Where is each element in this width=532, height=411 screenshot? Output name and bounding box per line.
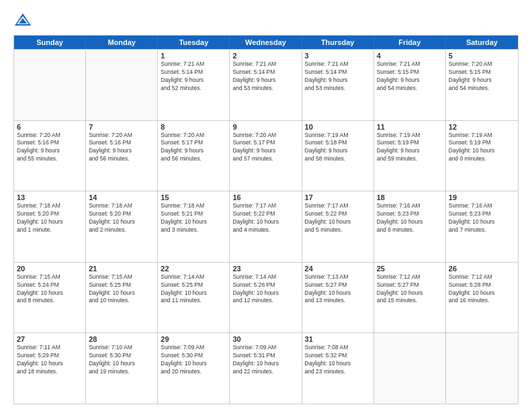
cell-day-number: 6 — [17, 123, 83, 131]
cell-day-number: 14 — [89, 193, 154, 201]
table-row — [14, 50, 86, 120]
cell-day-number: 19 — [449, 193, 515, 201]
cell-info: Sunrise: 7:18 AM Sunset: 5:20 PM Dayligh… — [17, 202, 83, 234]
table-row: 14Sunrise: 7:18 AM Sunset: 5:20 PM Dayli… — [86, 191, 158, 262]
table-row: 18Sunrise: 7:16 AM Sunset: 5:23 PM Dayli… — [374, 191, 446, 262]
table-row: 7Sunrise: 7:20 AM Sunset: 5:16 PM Daylig… — [86, 121, 158, 191]
page: SundayMondayTuesdayWednesdayThursdayFrid… — [0, 0, 532, 411]
table-row: 13Sunrise: 7:18 AM Sunset: 5:20 PM Dayli… — [14, 191, 86, 262]
table-row: 2Sunrise: 7:21 AM Sunset: 5:14 PM Daylig… — [230, 50, 302, 120]
cell-info: Sunrise: 7:20 AM Sunset: 5:17 PM Dayligh… — [161, 132, 226, 164]
table-row: 1Sunrise: 7:21 AM Sunset: 5:14 PM Daylig… — [158, 50, 230, 120]
header — [13, 11, 519, 30]
cell-info: Sunrise: 7:21 AM Sunset: 5:14 PM Dayligh… — [305, 60, 371, 93]
table-row: 12Sunrise: 7:19 AM Sunset: 5:19 PM Dayli… — [446, 121, 518, 191]
table-row: 19Sunrise: 7:16 AM Sunset: 5:23 PM Dayli… — [446, 191, 518, 262]
week-row-2: 6Sunrise: 7:20 AM Sunset: 5:16 PM Daylig… — [14, 120, 518, 191]
cell-info: Sunrise: 7:09 AM Sunset: 5:31 PM Dayligh… — [232, 344, 298, 376]
cell-info: Sunrise: 7:16 AM Sunset: 5:23 PM Dayligh… — [449, 202, 515, 234]
logo — [13, 11, 35, 30]
cell-day-number: 15 — [161, 193, 226, 201]
table-row: 23Sunrise: 7:14 AM Sunset: 5:26 PM Dayli… — [230, 263, 302, 333]
cell-day-number: 24 — [305, 265, 371, 273]
cell-day-number: 20 — [17, 265, 83, 273]
logo-icon — [13, 11, 32, 30]
table-row: 10Sunrise: 7:19 AM Sunset: 5:18 PM Dayli… — [302, 121, 374, 191]
cell-day-number: 16 — [232, 193, 298, 201]
cell-info: Sunrise: 7:21 AM Sunset: 5:15 PM Dayligh… — [377, 60, 443, 93]
day-header-saturday: Saturday — [446, 36, 518, 49]
cell-day-number: 29 — [161, 335, 226, 343]
table-row: 22Sunrise: 7:14 AM Sunset: 5:25 PM Dayli… — [158, 263, 230, 333]
cell-day-number: 18 — [377, 193, 443, 201]
table-row — [86, 50, 158, 120]
cell-info: Sunrise: 7:20 AM Sunset: 5:15 PM Dayligh… — [449, 60, 515, 93]
cell-info: Sunrise: 7:19 AM Sunset: 5:19 PM Dayligh… — [449, 132, 515, 164]
cell-info: Sunrise: 7:20 AM Sunset: 5:16 PM Dayligh… — [89, 132, 154, 164]
day-header-friday: Friday — [374, 36, 446, 49]
table-row: 16Sunrise: 7:17 AM Sunset: 5:22 PM Dayli… — [230, 191, 302, 262]
table-row: 31Sunrise: 7:08 AM Sunset: 5:32 PM Dayli… — [302, 333, 374, 404]
calendar-header: SundayMondayTuesdayWednesdayThursdayFrid… — [14, 36, 518, 49]
table-row: 3Sunrise: 7:21 AM Sunset: 5:14 PM Daylig… — [302, 50, 374, 120]
table-row — [446, 333, 518, 404]
cell-day-number: 10 — [305, 123, 371, 131]
week-row-4: 20Sunrise: 7:15 AM Sunset: 5:24 PM Dayli… — [14, 262, 518, 333]
cell-day-number: 5 — [449, 52, 515, 60]
day-header-monday: Monday — [86, 36, 158, 49]
table-row: 15Sunrise: 7:18 AM Sunset: 5:21 PM Dayli… — [158, 191, 230, 262]
table-row — [374, 333, 446, 404]
cell-day-number: 8 — [161, 123, 226, 131]
cell-day-number: 2 — [232, 52, 298, 60]
cell-day-number: 1 — [161, 52, 226, 60]
cell-info: Sunrise: 7:09 AM Sunset: 5:30 PM Dayligh… — [161, 344, 226, 376]
cell-day-number: 23 — [232, 265, 298, 273]
cell-day-number: 31 — [305, 335, 371, 343]
week-row-1: 1Sunrise: 7:21 AM Sunset: 5:14 PM Daylig… — [14, 49, 518, 120]
table-row: 6Sunrise: 7:20 AM Sunset: 5:16 PM Daylig… — [14, 121, 86, 191]
cell-day-number: 25 — [377, 265, 443, 273]
table-row: 5Sunrise: 7:20 AM Sunset: 5:15 PM Daylig… — [446, 50, 518, 120]
table-row: 27Sunrise: 7:11 AM Sunset: 5:29 PM Dayli… — [14, 333, 86, 404]
cell-day-number: 9 — [232, 123, 298, 131]
cell-info: Sunrise: 7:08 AM Sunset: 5:32 PM Dayligh… — [305, 344, 371, 376]
cell-day-number: 28 — [89, 335, 154, 343]
cell-info: Sunrise: 7:15 AM Sunset: 5:25 PM Dayligh… — [89, 273, 154, 306]
table-row: 30Sunrise: 7:09 AM Sunset: 5:31 PM Dayli… — [230, 333, 302, 404]
cell-info: Sunrise: 7:21 AM Sunset: 5:14 PM Dayligh… — [161, 60, 226, 93]
cell-info: Sunrise: 7:12 AM Sunset: 5:28 PM Dayligh… — [449, 273, 515, 306]
cell-day-number: 7 — [89, 123, 154, 131]
day-header-sunday: Sunday — [14, 36, 86, 49]
cell-info: Sunrise: 7:18 AM Sunset: 5:21 PM Dayligh… — [161, 202, 226, 234]
week-row-5: 27Sunrise: 7:11 AM Sunset: 5:29 PM Dayli… — [14, 332, 518, 404]
cell-day-number: 3 — [305, 52, 371, 60]
calendar: SundayMondayTuesdayWednesdayThursdayFrid… — [13, 35, 519, 404]
table-row: 21Sunrise: 7:15 AM Sunset: 5:25 PM Dayli… — [86, 263, 158, 333]
cell-info: Sunrise: 7:12 AM Sunset: 5:27 PM Dayligh… — [377, 273, 443, 306]
cell-info: Sunrise: 7:16 AM Sunset: 5:23 PM Dayligh… — [377, 202, 443, 234]
table-row: 28Sunrise: 7:10 AM Sunset: 5:30 PM Dayli… — [86, 333, 158, 404]
table-row: 26Sunrise: 7:12 AM Sunset: 5:28 PM Dayli… — [446, 263, 518, 333]
cell-info: Sunrise: 7:10 AM Sunset: 5:30 PM Dayligh… — [89, 344, 154, 376]
table-row: 9Sunrise: 7:20 AM Sunset: 5:17 PM Daylig… — [230, 121, 302, 191]
cell-day-number: 12 — [449, 123, 515, 131]
cell-info: Sunrise: 7:15 AM Sunset: 5:24 PM Dayligh… — [17, 273, 83, 306]
cell-info: Sunrise: 7:18 AM Sunset: 5:20 PM Dayligh… — [89, 202, 154, 234]
cell-day-number: 11 — [377, 123, 443, 131]
cell-info: Sunrise: 7:17 AM Sunset: 5:22 PM Dayligh… — [232, 202, 298, 234]
cell-day-number: 4 — [377, 52, 443, 60]
cell-day-number: 17 — [305, 193, 371, 201]
cell-info: Sunrise: 7:14 AM Sunset: 5:26 PM Dayligh… — [232, 273, 298, 306]
calendar-body: 1Sunrise: 7:21 AM Sunset: 5:14 PM Daylig… — [14, 49, 518, 404]
cell-day-number: 30 — [232, 335, 298, 343]
cell-info: Sunrise: 7:20 AM Sunset: 5:17 PM Dayligh… — [232, 132, 298, 164]
day-header-wednesday: Wednesday — [230, 36, 302, 49]
week-row-3: 13Sunrise: 7:18 AM Sunset: 5:20 PM Dayli… — [14, 191, 518, 262]
cell-day-number: 26 — [449, 265, 515, 273]
cell-day-number: 13 — [17, 193, 83, 201]
cell-info: Sunrise: 7:11 AM Sunset: 5:29 PM Dayligh… — [17, 344, 83, 376]
cell-info: Sunrise: 7:21 AM Sunset: 5:14 PM Dayligh… — [232, 60, 298, 93]
day-header-tuesday: Tuesday — [158, 36, 230, 49]
table-row: 8Sunrise: 7:20 AM Sunset: 5:17 PM Daylig… — [158, 121, 230, 191]
cell-info: Sunrise: 7:14 AM Sunset: 5:25 PM Dayligh… — [161, 273, 226, 306]
